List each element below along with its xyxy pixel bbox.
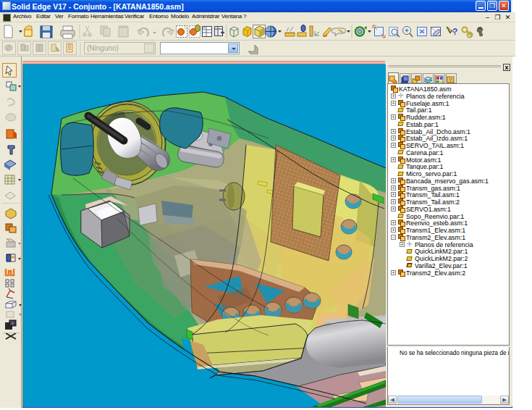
svg-text:?: ? — [452, 27, 457, 37]
svg-text:?: ? — [449, 77, 452, 83]
